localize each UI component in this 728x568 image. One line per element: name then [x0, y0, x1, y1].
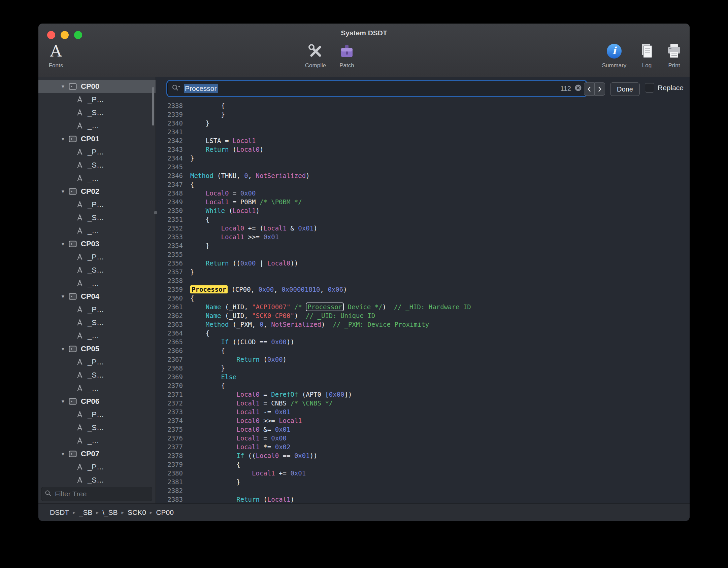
code-line[interactable]: 2349 Local1 = P0BM /* \P0BM */	[156, 198, 690, 206]
tree-item-child[interactable]: _…	[38, 172, 156, 185]
tree-item-cp01[interactable]: ▼CP01	[38, 132, 156, 145]
tree-item-child[interactable]: _S…	[38, 211, 156, 224]
clear-icon[interactable]	[574, 84, 582, 93]
code-line[interactable]: 2365 If ((CLOD == 0x00))	[156, 338, 690, 346]
code-line[interactable]: 2383 Return (Local1)	[156, 495, 690, 504]
disclosure-triangle-icon[interactable]: ▼	[59, 451, 67, 457]
code-line[interactable]: 2351 {	[156, 215, 690, 224]
done-button[interactable]: Done	[610, 82, 640, 96]
code-line[interactable]: 2360{	[156, 294, 690, 303]
code-line[interactable]: 2367 Return (0x00)	[156, 355, 690, 364]
code-line[interactable]: 2377 Local1 *= 0x02	[156, 442, 690, 451]
find-query-text[interactable]: Processor	[184, 84, 218, 93]
code-line[interactable]: 2344}	[156, 154, 690, 163]
code-line[interactable]: 2339 }	[156, 110, 690, 119]
disclosure-triangle-icon[interactable]: ▼	[59, 294, 67, 299]
code-line[interactable]: 2352 Local0 += (Local1 & 0x01)	[156, 224, 690, 233]
code-line[interactable]: 2356 Return ((0x00 | Local0))	[156, 259, 690, 268]
tree-item-child[interactable]: _P…	[38, 303, 156, 316]
tree-item-cp03[interactable]: ▼CP03	[38, 237, 156, 250]
disclosure-triangle-icon[interactable]: ▼	[59, 346, 67, 352]
code-line[interactable]: 2350 While (Local1)	[156, 206, 690, 215]
code-line[interactable]: 2359Processor (CP00, 0x00, 0x00001810, 0…	[156, 285, 690, 294]
tree-item-child[interactable]: _…	[38, 434, 156, 447]
breadcrumb-item[interactable]: \_SB	[102, 508, 118, 517]
tree-item-child[interactable]: _S…	[38, 368, 156, 382]
breadcrumb-item[interactable]: _SB	[79, 508, 93, 517]
code-line[interactable]: 2361 Name (_HID, "ACPI0007" /* Processor…	[156, 303, 690, 311]
code-line[interactable]: 2373 Local1 -= 0x01	[156, 407, 690, 416]
fonts-button[interactable]: A Fonts	[38, 42, 79, 69]
tree-item-child[interactable]: _P…	[38, 93, 156, 106]
code-line[interactable]: 2341	[156, 128, 690, 136]
code-line[interactable]: 2363 Method (_PXM, 0, NotSerialized) // …	[156, 320, 690, 329]
code-line[interactable]: 2378 If ((Local0 == 0x01))	[156, 451, 690, 460]
find-field[interactable]: Processor 112	[168, 81, 586, 96]
breadcrumb-item[interactable]: SCK0	[128, 508, 146, 517]
find-next-button[interactable]	[595, 82, 605, 96]
code-line[interactable]: 2354 }	[156, 241, 690, 250]
tree-item-child[interactable]: _P…	[38, 408, 156, 421]
code-line[interactable]: 2372 Local1 = CNBS /* \CNBS */	[156, 399, 690, 407]
splitter-handle[interactable]	[154, 211, 157, 214]
tree-item-child[interactable]: _P…	[38, 198, 156, 211]
code-line[interactable]: 2366 {	[156, 346, 690, 355]
tree-item-child[interactable]: _S…	[38, 106, 156, 119]
code-line[interactable]: 2368 }	[156, 364, 690, 372]
tree-item-child[interactable]: _…	[38, 224, 156, 237]
tree-item-child[interactable]: _S…	[38, 473, 156, 485]
code-line[interactable]: 2370 {	[156, 381, 690, 390]
tree-item-child[interactable]: _S…	[38, 316, 156, 329]
code-line[interactable]: 2343 Return (Local0)	[156, 145, 690, 154]
search-menu-icon[interactable]	[172, 84, 180, 93]
code-line[interactable]: 2374 Local0 >>= Local1	[156, 416, 690, 425]
code-line[interactable]: 2348 Local0 = 0x00	[156, 189, 690, 198]
patch-button[interactable]: Patch	[323, 42, 370, 69]
tree-item-child[interactable]: _…	[38, 277, 156, 290]
code-line[interactable]: 2379 {	[156, 460, 690, 469]
code-line[interactable]: 2371 Local0 = DerefOf (APT0 [0x00])	[156, 390, 690, 399]
code-line[interactable]: 2338 {	[156, 101, 690, 110]
tree-item-child[interactable]: _S…	[38, 421, 156, 434]
tree-item-cp07[interactable]: ▼CP07	[38, 447, 156, 460]
tree-item-cp00[interactable]: ▼CP00	[38, 80, 156, 93]
code-line[interactable]: 2353 Local1 >>= 0x01	[156, 233, 690, 241]
code-line[interactable]: 2346Method (THNU, 0, NotSerialized)	[156, 171, 690, 180]
tree-item-child[interactable]: _P…	[38, 145, 156, 158]
filter-tree-input[interactable]	[54, 490, 148, 498]
disclosure-triangle-icon[interactable]: ▼	[59, 399, 67, 404]
filter-tree-field[interactable]	[41, 487, 152, 501]
tree-item-child[interactable]: _P…	[38, 460, 156, 473]
code-line[interactable]: 2381 }	[156, 477, 690, 486]
code-line[interactable]: 2362 Name (_UID, "SCK0-CP00") // _UID: U…	[156, 311, 690, 320]
breadcrumb-item[interactable]: CP00	[156, 508, 174, 517]
print-button[interactable]: Print	[651, 42, 690, 69]
disclosure-triangle-icon[interactable]: ▼	[59, 189, 67, 194]
sidebar-scrollbar[interactable]	[152, 87, 154, 126]
code-line[interactable]: 2382	[156, 486, 690, 495]
disclosure-triangle-icon[interactable]: ▼	[59, 84, 67, 89]
find-previous-button[interactable]	[584, 82, 595, 96]
tree-item-child[interactable]: _…	[38, 382, 156, 395]
code-line[interactable]: 2380 Local1 += 0x01	[156, 469, 690, 477]
disclosure-triangle-icon[interactable]: ▼	[59, 136, 67, 142]
code-editor[interactable]: 2338 {2339 }2340 }23412342 LSTA = Local1…	[156, 101, 690, 504]
tree-item-child[interactable]: _P…	[38, 250, 156, 263]
tree-item-child[interactable]: _P…	[38, 355, 156, 368]
code-line[interactable]: 2376 Local1 = 0x00	[156, 434, 690, 442]
tree-item-child[interactable]: _…	[38, 329, 156, 342]
tree-item-cp05[interactable]: ▼CP05	[38, 342, 156, 355]
code-line[interactable]: 2345	[156, 163, 690, 171]
tree-item-child[interactable]: _S…	[38, 263, 156, 277]
code-line[interactable]: 2369 Else	[156, 372, 690, 381]
code-line[interactable]: 2342 LSTA = Local1	[156, 136, 690, 145]
breadcrumb-item[interactable]: DSDT	[50, 508, 69, 517]
tree-item-child[interactable]: _S…	[38, 158, 156, 172]
replace-checkbox[interactable]	[645, 83, 654, 93]
tree-item-child[interactable]: _…	[38, 119, 156, 132]
disclosure-triangle-icon[interactable]: ▼	[59, 241, 67, 247]
tree-item-cp06[interactable]: ▼CP06	[38, 395, 156, 408]
code-line[interactable]: 2375 Local0 &= 0x01	[156, 425, 690, 434]
code-line[interactable]: 2358	[156, 276, 690, 285]
code-line[interactable]: 2357}	[156, 268, 690, 276]
